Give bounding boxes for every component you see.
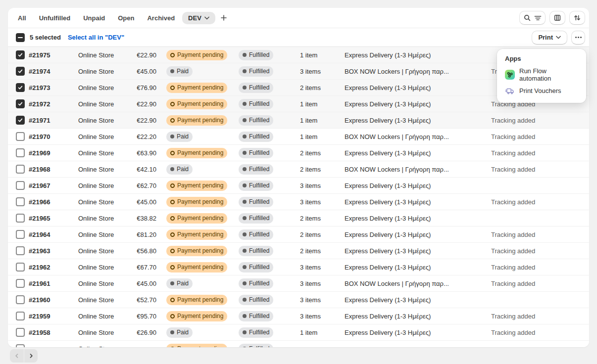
payment-status-label: Payment pending (177, 198, 223, 205)
popup-section-header: Apps (497, 54, 586, 66)
fulfillment-status-label: Fulfilled (249, 166, 269, 173)
row-checkbox[interactable] (16, 181, 25, 190)
fulfillment-status-label: Fulfilled (249, 182, 269, 189)
add-view-button[interactable] (215, 12, 232, 24)
order-total: €56.80 (134, 247, 166, 255)
order-total: €38.82 (134, 215, 166, 222)
tab-archived[interactable]: Archived (141, 12, 181, 24)
row-checkbox[interactable] (16, 214, 25, 223)
payment-status-badge: Payment pending (166, 344, 227, 348)
flow-icon (505, 70, 515, 80)
row-checkbox[interactable] (16, 99, 25, 108)
next-page-button[interactable] (24, 349, 38, 363)
search-and-filter-button[interactable] (519, 11, 546, 25)
row-checkbox[interactable] (16, 312, 25, 320)
columns-button[interactable] (549, 11, 565, 25)
select-all-in-view-link[interactable]: Select all in "DEV" (68, 34, 124, 41)
order-row[interactable]: #21965 Online Store €38.82 Payment pendi… (8, 210, 589, 227)
order-row[interactable]: #21968 Online Store €42.10 Paid Fulfille… (8, 161, 589, 178)
menu-item-run-flow-automation[interactable]: Run Flow automation (497, 66, 586, 83)
fulfillment-status-badge: Fulfilled (239, 213, 273, 224)
row-checkbox[interactable] (16, 263, 25, 272)
delivery-status: Tracking added (491, 247, 589, 255)
order-row[interactable]: #21970 Online Store €22.20 Paid Fulfille… (8, 129, 589, 145)
order-total: €26.90 (134, 329, 166, 336)
items-count: 1 item (300, 117, 345, 124)
row-checkbox[interactable] (16, 165, 25, 174)
row-checkbox[interactable] (16, 328, 25, 337)
order-id: #21960 (29, 296, 78, 304)
row-checkbox[interactable] (16, 197, 25, 206)
order-row[interactable]: #21964 Online Store €81.20 Payment pendi… (8, 227, 589, 243)
fulfillment-status-label: Fulfilled (249, 100, 269, 107)
order-row[interactable]: #21962 Online Store €67.70 Payment pendi… (8, 259, 589, 275)
delivery-method: Express Delivery (1-3 Ημέρες) (345, 247, 491, 255)
fulfillment-status-label: Fulfilled (249, 313, 269, 319)
payment-status-label: Payment pending (177, 117, 223, 124)
delivery-status: Tracking added (491, 149, 589, 157)
incomplete-circle-icon (170, 53, 175, 57)
tab-dev-active[interactable]: DEV (182, 12, 215, 24)
sort-button[interactable] (569, 11, 585, 25)
order-row[interactable]: #21959 Online Store €95.70 Payment pendi… (8, 308, 589, 324)
order-row[interactable]: #21966 Online Store €45.00 Payment pendi… (8, 194, 589, 210)
incomplete-circle-icon (170, 265, 175, 270)
order-total: €22.90 (134, 51, 166, 59)
order-id: #21970 (29, 133, 78, 140)
tab-unfulfilled[interactable]: Unfulfilled (33, 12, 77, 24)
row-checkbox[interactable] (16, 132, 25, 141)
order-row[interactable]: #21969 Online Store €63.90 Payment pendi… (8, 145, 589, 161)
row-checkbox[interactable] (16, 246, 25, 255)
order-total: €45.00 (134, 68, 166, 75)
row-checkbox[interactable] (16, 83, 25, 92)
order-id: #21971 (29, 117, 78, 124)
items-count: 1 item (300, 100, 345, 108)
fulfillment-status-badge: Fulfilled (239, 344, 273, 348)
fulfillment-status-label: Fulfilled (249, 51, 269, 58)
row-checkbox[interactable] (16, 279, 25, 288)
tab-open[interactable]: Open (111, 12, 141, 24)
dot-icon (243, 200, 247, 204)
tab-all[interactable]: All (11, 12, 33, 24)
payment-status-label: Paid (177, 280, 189, 287)
order-row[interactable]: #21967 Online Store €62.70 Payment pendi… (8, 178, 589, 194)
tab-unpaid[interactable]: Unpaid (77, 12, 111, 24)
dot-icon (243, 232, 247, 236)
check-icon (17, 68, 23, 74)
order-total: €22.20 (134, 133, 166, 140)
order-total: €63.90 (134, 149, 166, 157)
fulfillment-status-badge: Fulfilled (239, 181, 273, 191)
row-checkbox[interactable] (16, 295, 25, 304)
print-button[interactable]: Print (532, 31, 567, 45)
order-row[interactable]: #21971 Online Store €22.90 Payment pendi… (8, 112, 589, 129)
payment-status-badge: Payment pending (166, 50, 227, 60)
delivery-method: BOX NOW Lockers | Γρήγορη παρ... (345, 280, 491, 287)
row-checkbox[interactable] (16, 116, 25, 125)
columns-icon (553, 14, 561, 22)
order-row[interactable]: #21958 Online Store €26.90 Paid Fulfille… (8, 324, 589, 341)
previous-page-button[interactable] (10, 349, 24, 363)
dot-icon (243, 69, 247, 73)
sales-channel: Online Store (78, 68, 134, 75)
order-row[interactable]: Online Store Payment pending Fulfilled (8, 341, 589, 347)
order-row[interactable]: #21961 Online Store €45.00 Paid Fulfille… (8, 275, 589, 292)
row-checkbox[interactable] (16, 50, 25, 59)
row-checkbox[interactable] (16, 230, 25, 239)
sales-channel: Online Store (78, 313, 134, 320)
payment-status-badge: Payment pending (166, 295, 227, 305)
incomplete-circle-icon (170, 232, 175, 237)
order-row[interactable]: #21963 Online Store €56.80 Payment pendi… (8, 243, 589, 259)
order-total: €45.00 (134, 198, 166, 206)
payment-status-label: Payment pending (177, 149, 223, 156)
fulfillment-status-label: Fulfilled (249, 329, 269, 336)
more-actions-button[interactable] (571, 31, 585, 45)
row-checkbox[interactable] (16, 148, 25, 157)
row-checkbox[interactable] (16, 67, 25, 76)
selected-count: 5 selected (30, 34, 61, 41)
payment-status-badge: Payment pending (166, 213, 227, 224)
menu-item-print-vouchers[interactable]: Print Vouchers (497, 83, 586, 99)
order-row[interactable]: #21960 Online Store €52.70 Payment pendi… (8, 292, 589, 308)
row-checkbox[interactable] (16, 344, 25, 347)
select-all-checkbox[interactable] (16, 33, 25, 42)
fulfillment-status-badge: Fulfilled (239, 164, 273, 175)
